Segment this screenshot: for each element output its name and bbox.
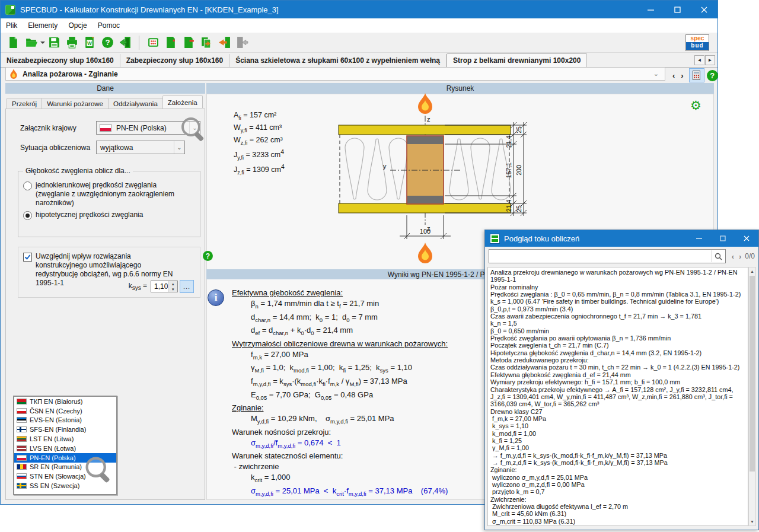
zalacznik-value: PN-EN (Polska)	[115, 124, 189, 132]
menu-opcje[interactable]: Opcje	[63, 18, 92, 33]
search-prev-button[interactable]: ‹	[729, 252, 736, 261]
chevron-down-icon[interactable]: ⌄	[174, 141, 184, 154]
scrollbar-thumb[interactable]	[750, 276, 755, 472]
section-property: Wz,fi = 262 cm³	[234, 135, 285, 148]
analysis-selector[interactable]: Analiza pożarowa - Zginanie ⌄	[5, 67, 665, 81]
document-tab-2[interactable]: Ściana szkieletowa z słupkami 60x100 z w…	[229, 54, 447, 67]
tab-scroll-right-icon[interactable]: ►	[705, 55, 715, 65]
close-button[interactable]	[735, 230, 758, 247]
chevron-down-icon[interactable]: ⌄	[653, 70, 659, 78]
country-item-0[interactable]: ТКП EN (Białoruś)	[14, 397, 116, 406]
desktop: SPECBUD - Kalkulator Konstrukcji Drewnia…	[0, 0, 759, 532]
export-word-icon[interactable]: W	[82, 35, 97, 50]
section-property: Jy,fi = 3233 cm4	[234, 148, 285, 163]
scroll-up-icon[interactable]: ▲	[749, 267, 755, 275]
flame-icon	[418, 93, 432, 114]
search-next-button[interactable]: ›	[736, 252, 744, 261]
menu-elementy[interactable]: Elementy	[23, 18, 63, 33]
scroll-down-icon[interactable]: ▼	[749, 518, 755, 525]
next-analysis-button[interactable]: ›	[678, 71, 686, 80]
checkbox-checked-icon[interactable]	[23, 253, 32, 262]
search-box[interactable]	[489, 249, 726, 263]
minimize-button[interactable]	[687, 230, 711, 247]
radio-checked-icon[interactable]	[23, 211, 32, 220]
new-file-icon[interactable]	[5, 35, 21, 50]
country-item-2[interactable]: EVS-EN (Estonia)	[14, 416, 116, 425]
help-icon[interactable]: ?	[100, 35, 115, 50]
minimize-button[interactable]	[637, 1, 664, 18]
print-icon[interactable]	[64, 35, 79, 50]
open-file-icon[interactable]	[23, 35, 39, 50]
grid-elements-icon[interactable]	[145, 35, 161, 50]
country-item-7[interactable]: SR EN (Rumunia)	[14, 463, 116, 472]
maximize-button[interactable]	[664, 1, 691, 18]
calc-log-text: Analiza przekroju drewnianego w warunkac…	[487, 267, 748, 526]
help-icon[interactable]: ?	[203, 251, 213, 261]
groupbox-title: Głębokość zwęglenia oblicz dla...	[23, 167, 133, 175]
add-element-icon[interactable]	[163, 35, 178, 50]
country-item-5[interactable]: LVS EN (Łotwa)	[14, 444, 116, 453]
subtab-3[interactable]: Założenia	[162, 95, 203, 108]
subtab-1[interactable]: Warunki pożarowe	[42, 98, 109, 109]
window-title: SPECBUD - Kalkulator Konstrukcji Drewnia…	[20, 5, 279, 14]
country-flag-icon	[17, 436, 27, 442]
section-property: Wy,fi = 411 cm³	[234, 123, 285, 135]
char-depth-groupbox: Głębokość zwęglenia oblicz dla... jednok…	[18, 171, 200, 237]
country-item-8[interactable]: STN EN (Słowacja)	[14, 472, 116, 481]
radio-option-1[interactable]: jednokierunkowej prędkości zwęglania (zw…	[23, 181, 189, 208]
sytuacja-combobox[interactable]: wyjątkowa ⌄	[96, 141, 185, 154]
maximize-button[interactable]	[711, 230, 735, 247]
flame-icon	[9, 69, 18, 79]
ksys-more-button[interactable]: ...	[180, 280, 194, 293]
country-item-9[interactable]: SS EN (Szwecja)	[14, 481, 116, 490]
subtab-2[interactable]: Oddziaływania	[108, 98, 163, 109]
flame-icon	[418, 243, 432, 263]
gear-icon[interactable]: ⚙	[690, 99, 701, 112]
prev-analysis-button[interactable]: ‹	[669, 71, 678, 80]
document-tab-1[interactable]: Zabezpieczony słup 160x160	[120, 54, 229, 67]
svg-text:21,4: 21,4	[505, 136, 512, 148]
subtab-0[interactable]: Przekrój	[7, 98, 42, 109]
insulation-loop	[389, 138, 408, 199]
country-item-3[interactable]: SFS-EN (Finlandia)	[14, 425, 116, 434]
dane-subtabs: PrzekrójWarunki pożaroweOddziaływaniaZał…	[7, 97, 202, 109]
radio-option-2[interactable]: hipotetycznej prędkości zwęglania	[23, 211, 189, 219]
country-item-6[interactable]: PN-EN (Polska)	[14, 453, 116, 463]
remove-element-icon[interactable]	[181, 35, 196, 50]
country-item-1[interactable]: ČSN EN (Czechy)	[14, 406, 116, 416]
search-icon[interactable]	[712, 250, 725, 262]
help-icon[interactable]: ?	[707, 70, 718, 81]
analysis-nav: ‹ › ?	[669, 68, 718, 82]
vertical-scrollbar[interactable]: ▲ ▼	[748, 267, 756, 526]
dane-panel-header: Dane	[5, 83, 205, 94]
country-label: STN EN (Słowacja)	[30, 473, 86, 480]
exit-icon[interactable]	[117, 35, 133, 50]
import-element-icon[interactable]	[216, 35, 232, 50]
tab-scroll-left-icon[interactable]: ◄	[694, 55, 704, 65]
spin-down-icon[interactable]: ▼	[168, 286, 177, 292]
save-file-icon[interactable]	[46, 35, 62, 50]
search-input[interactable]	[489, 250, 712, 262]
title-bar: SPECBUD - Kalkulator Konstrukcji Drewnia…	[1, 1, 717, 18]
export-element-icon[interactable]	[234, 35, 250, 50]
radio-icon[interactable]	[23, 181, 32, 190]
spin-up-icon[interactable]: ▲	[168, 281, 177, 286]
document-tab-0[interactable]: Niezabezpieczony słup 160x160	[1, 54, 120, 67]
close-button[interactable]	[691, 1, 717, 18]
copy-element-icon[interactable]	[199, 35, 214, 50]
insulation-loop	[449, 139, 468, 200]
menu-plik[interactable]: Plik	[1, 18, 23, 33]
menu-pomoc[interactable]: Pomoc	[93, 18, 125, 33]
info-icon: i	[208, 289, 224, 306]
country-flag-icon	[17, 483, 27, 489]
zalacznik-combobox[interactable]: PN-EN (Polska) ⌄	[96, 121, 200, 135]
spinner-arrows[interactable]: ▲▼	[168, 281, 177, 292]
chevron-down-icon[interactable]: ⌄	[189, 122, 200, 134]
calculator-button[interactable]	[689, 68, 704, 82]
country-flag-icon	[17, 445, 27, 451]
country-item-4[interactable]: LST EN (Litwa)	[14, 434, 116, 444]
open-file-dropdown-icon[interactable]	[40, 35, 45, 50]
document-tab-3[interactable]: Strop z belkami drewnianymi 100x200	[447, 53, 587, 68]
ksys-spinner[interactable]: 1,10 ▲▼	[151, 281, 178, 292]
zalacznik-label: Załącznik krajowy	[20, 124, 76, 132]
